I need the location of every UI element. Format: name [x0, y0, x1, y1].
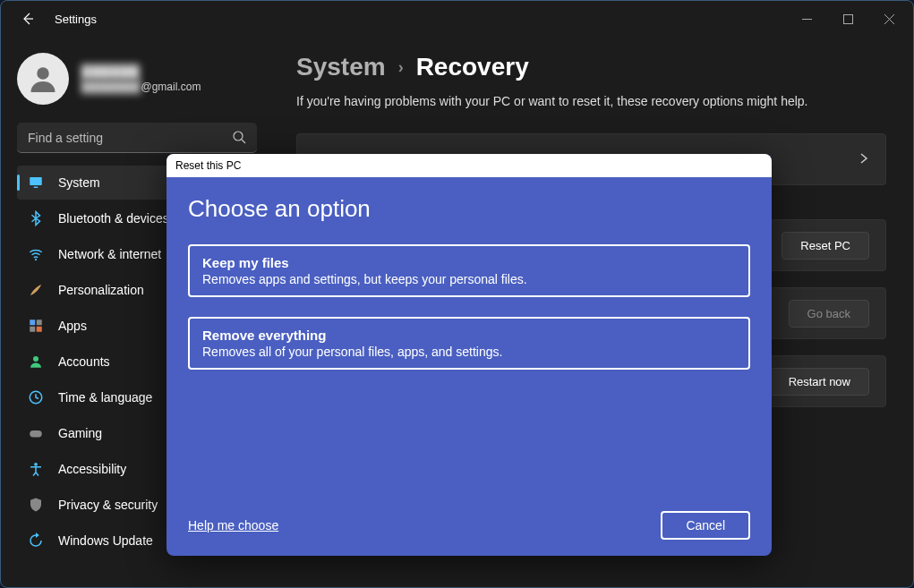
chevron-right-icon	[858, 151, 869, 167]
dialog-heading: Choose an option	[188, 195, 750, 223]
svg-point-15	[33, 356, 38, 362]
sidebar-item-label: Privacy & security	[58, 498, 158, 512]
wifi-icon	[28, 246, 44, 262]
search-icon	[232, 130, 246, 148]
sidebar-item-label: System	[58, 175, 100, 190]
minimize-button[interactable]	[786, 4, 827, 33]
arrow-left-icon	[21, 12, 35, 26]
svg-rect-17	[30, 430, 42, 438]
search-container	[17, 123, 257, 153]
titlebar: Settings	[1, 1, 913, 37]
minimize-icon	[802, 14, 812, 24]
gamepad-icon	[28, 425, 44, 441]
option-desc: Removes apps and settings, but keeps you…	[202, 272, 736, 286]
page-subtitle: If you're having problems with your PC o…	[296, 94, 886, 108]
brush-icon	[28, 282, 44, 298]
window-title: Settings	[55, 13, 786, 26]
shield-icon	[28, 497, 44, 513]
svg-rect-8	[30, 177, 42, 185]
option-keep-my-files[interactable]: Keep my files Removes apps and settings,…	[188, 244, 750, 297]
svg-line-7	[242, 140, 245, 143]
cancel-button[interactable]: Cancel	[661, 511, 750, 540]
chevron-right-icon: ›	[398, 58, 404, 77]
option-remove-everything[interactable]: Remove everything Removes all of your pe…	[188, 317, 750, 370]
sidebar-item-label: Apps	[58, 319, 87, 333]
go-back-button[interactable]: Go back	[789, 300, 869, 328]
svg-point-10	[35, 259, 37, 260]
svg-rect-13	[30, 327, 35, 332]
apps-icon	[28, 318, 44, 334]
close-button[interactable]	[868, 4, 910, 33]
user-email: ███████@gmail.com	[81, 81, 201, 93]
reset-pc-dialog: Reset this PC Choose an option Keep my f…	[167, 154, 772, 556]
person-icon	[27, 63, 59, 95]
sidebar-item-label: Network & internet	[58, 247, 161, 261]
sidebar-item-label: Accessibility	[58, 462, 126, 476]
user-name: ██████	[81, 64, 201, 79]
svg-rect-14	[37, 327, 42, 332]
update-icon	[28, 533, 44, 549]
option-title: Keep my files	[202, 255, 736, 270]
maximize-button[interactable]	[827, 4, 868, 33]
svg-rect-11	[30, 320, 35, 325]
sidebar-item-label: Windows Update	[58, 533, 153, 548]
svg-rect-12	[37, 320, 42, 325]
svg-rect-9	[34, 187, 38, 189]
user-account-header[interactable]: ██████ ███████@gmail.com	[17, 46, 269, 123]
breadcrumb: System › Recovery	[296, 53, 886, 81]
svg-point-5	[37, 67, 49, 80]
clock-icon	[28, 389, 44, 405]
option-title: Remove everything	[202, 328, 736, 343]
dialog-titlebar: Reset this PC	[167, 154, 772, 177]
sidebar-item-label: Accounts	[58, 354, 110, 369]
svg-rect-2	[843, 14, 852, 23]
page-title: Recovery	[416, 53, 529, 81]
breadcrumb-parent[interactable]: System	[296, 53, 386, 81]
monitor-icon	[28, 175, 44, 191]
search-input[interactable]	[17, 123, 257, 153]
window-controls	[786, 4, 910, 33]
sidebar-item-label: Bluetooth & devices	[58, 211, 169, 226]
sidebar-item-label: Personalization	[58, 283, 144, 297]
bluetooth-icon	[28, 210, 44, 226]
option-desc: Removes all of your personal files, apps…	[202, 345, 736, 359]
sidebar-item-label: Gaming	[58, 426, 102, 440]
back-button[interactable]	[19, 10, 37, 28]
sidebar-item-label: Time & language	[58, 390, 152, 405]
help-me-choose-link[interactable]: Help me choose	[188, 518, 278, 533]
close-icon	[884, 14, 894, 24]
maximize-icon	[843, 14, 853, 24]
svg-point-6	[234, 132, 243, 141]
person-icon	[28, 354, 44, 370]
avatar	[17, 53, 69, 105]
svg-point-18	[34, 463, 38, 466]
accessibility-icon	[28, 461, 44, 477]
restart-now-button[interactable]: Restart now	[770, 368, 869, 396]
reset-pc-button[interactable]: Reset PC	[782, 232, 869, 260]
